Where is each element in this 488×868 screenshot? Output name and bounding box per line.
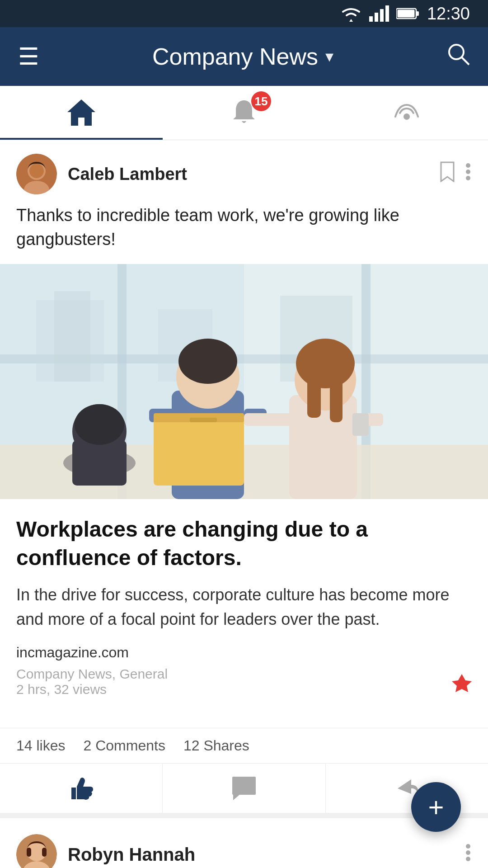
svg-point-57 <box>466 857 470 861</box>
svg-rect-53 <box>27 848 31 857</box>
tab-home[interactable] <box>0 86 163 140</box>
article-content: Workplaces are changing due to a conflue… <box>0 499 488 728</box>
article-source: incmagazine.com <box>16 644 472 661</box>
svg-rect-0 <box>369 16 373 22</box>
header-title-text: Company News <box>152 43 318 70</box>
likes-count: 14 likes <box>16 737 66 754</box>
comments-count: 2 Comments <box>84 737 165 754</box>
tab-notifications[interactable]: 15 <box>163 86 325 140</box>
post-header-actions <box>439 161 472 187</box>
svg-point-10 <box>404 114 409 119</box>
chevron-down-icon[interactable]: ▾ <box>325 47 333 66</box>
comment-button[interactable] <box>163 764 325 813</box>
thumbs-up-icon <box>68 775 95 802</box>
svg-rect-5 <box>416 11 419 16</box>
article-title: Workplaces are changing due to a conflue… <box>16 515 472 572</box>
main-content: Caleb Lambert Thanks to incredible team <box>0 140 488 868</box>
post-text: Thanks to incredible team work, we're gr… <box>0 203 488 264</box>
svg-marker-9 <box>67 99 95 126</box>
svg-point-14 <box>29 164 44 178</box>
post-card: Caleb Lambert Thanks to incredible team <box>0 140 488 813</box>
status-bar: 12:30 <box>0 0 488 27</box>
bottom-more-icon[interactable] <box>465 843 472 866</box>
app-header: ☰ Company News ▾ <box>0 27 488 86</box>
svg-point-17 <box>466 176 470 180</box>
svg-rect-49 <box>0 264 488 499</box>
home-icon <box>66 98 97 127</box>
menu-icon[interactable]: ☰ <box>18 43 39 70</box>
svg-point-55 <box>466 844 470 849</box>
avatar <box>16 154 57 194</box>
bottom-post-author: Robyn Hannah <box>68 844 195 865</box>
svg-line-8 <box>462 57 469 65</box>
article-views: 32 views <box>54 682 107 697</box>
tab-bar: 15 <box>0 86 488 140</box>
notification-badge: 15 <box>251 91 271 111</box>
header-title: Company News ▾ <box>152 43 333 70</box>
article-tags-wrapper: Company News, General 2 hrs, 32 views <box>16 666 168 703</box>
signal-icon <box>369 5 389 22</box>
post-author-name: Caleb Lambert <box>68 165 428 184</box>
svg-rect-2 <box>380 9 384 22</box>
article-time: 2 hrs <box>16 682 47 697</box>
shares-count: 12 Shares <box>183 737 249 754</box>
post-header: Caleb Lambert <box>0 140 488 203</box>
search-icon[interactable] <box>446 42 470 71</box>
article-footer: Company News, General 2 hrs, 32 views <box>16 666 472 712</box>
svg-point-16 <box>466 170 470 174</box>
svg-rect-3 <box>385 5 389 22</box>
engagement-bar: 14 likes 2 Comments 12 Shares <box>0 728 488 763</box>
more-options-icon[interactable] <box>465 162 472 186</box>
fab-icon: + <box>428 792 444 823</box>
broadcast-icon <box>391 99 422 127</box>
article-image <box>0 264 488 499</box>
status-icons: 12:30 <box>340 4 470 24</box>
share-button[interactable] <box>326 764 488 813</box>
article-description: In the drive for success, corporate cult… <box>16 583 472 632</box>
bottom-avatar <box>16 834 57 868</box>
article-time-views: 2 hrs, 32 views <box>16 682 168 697</box>
bottom-post-preview: Robyn Hannah <box>0 818 488 868</box>
bookmark-icon[interactable] <box>439 161 455 187</box>
article-tags: Company News, General <box>16 666 168 682</box>
svg-rect-54 <box>42 848 47 857</box>
like-button[interactable] <box>0 764 163 813</box>
svg-rect-6 <box>397 10 414 18</box>
status-time: 12:30 <box>427 4 470 24</box>
comment-icon <box>230 776 258 801</box>
svg-point-56 <box>466 850 470 855</box>
svg-rect-1 <box>375 13 378 22</box>
tab-feed[interactable] <box>325 86 488 140</box>
pin-icon[interactable] <box>452 672 472 697</box>
svg-point-15 <box>466 163 470 168</box>
fab-button[interactable]: + <box>411 782 461 832</box>
svg-point-7 <box>449 45 464 59</box>
battery-icon <box>396 7 420 20</box>
wifi-icon <box>340 5 362 22</box>
